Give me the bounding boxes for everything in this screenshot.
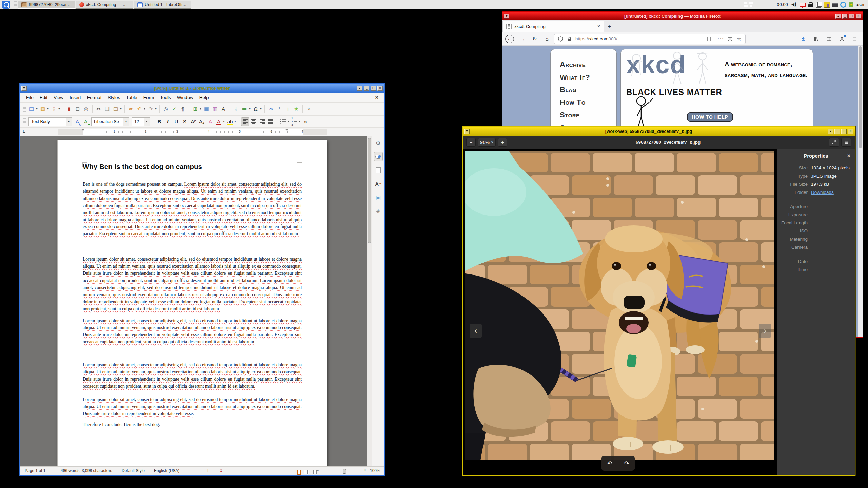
bold-button[interactable]: B <box>155 117 163 126</box>
back-button[interactable]: ← <box>505 35 514 43</box>
print-preview-button[interactable]: ◎ <box>82 105 90 114</box>
rotate-left-icon[interactable]: ↶ <box>607 460 612 467</box>
zoom-in-button[interactable]: + <box>498 138 507 147</box>
taskbar-window-button[interactable]: Untitled 1 - LibreOffice W... <box>134 1 191 9</box>
battery-icon[interactable] <box>849 2 853 7</box>
copy-button[interactable]: ❏ <box>103 105 111 114</box>
insert-image-button[interactable]: ▣ <box>202 105 211 114</box>
new-tab-button[interactable]: + <box>604 22 614 32</box>
font-name-combobox[interactable]: Liberation Se▼ <box>91 117 129 126</box>
insert-page-break-button[interactable]: ⇟ <box>232 105 240 114</box>
zoom-plus-icon[interactable]: + <box>364 468 366 473</box>
font-size-combobox[interactable]: 12▼ <box>132 117 150 126</box>
scrollbar-thumb[interactable] <box>368 138 371 243</box>
writer-titlebar[interactable]: ▼ [work] Untitled 1 - LibreOffice Writer… <box>20 84 384 93</box>
font-name-dropdown-icon[interactable]: ▼ <box>123 118 129 126</box>
indent-marker-left[interactable] <box>81 129 85 131</box>
devices-icon[interactable] <box>824 2 830 8</box>
xkcd-logo[interactable]: xkcd <box>626 53 714 77</box>
sidebar-gallery-icon[interactable]: ▣ <box>374 193 383 202</box>
toolbar-overflow-button[interactable]: » <box>305 105 313 114</box>
tab-stop-selector[interactable]: L <box>23 129 27 134</box>
sidebar-sidebar-settings-icon[interactable]: ⚙ <box>374 139 383 147</box>
shade-button[interactable]: ▴ <box>828 129 833 134</box>
ordered-list-button[interactable] <box>290 117 298 126</box>
unordered-list-dropdown[interactable]: ▼ <box>287 117 290 126</box>
menu-edit[interactable]: Edit <box>37 94 50 101</box>
volume-icon[interactable] <box>791 2 797 8</box>
font-size-dropdown-icon[interactable]: ▼ <box>144 118 150 126</box>
menu-styles[interactable]: Styles <box>105 94 123 101</box>
qubes-menu-icon[interactable] <box>2 1 10 9</box>
library-icon[interactable] <box>811 34 821 44</box>
sidebar-page-icon[interactable] <box>374 166 383 175</box>
save-dropdown[interactable]: ▼ <box>58 105 61 114</box>
undo-dropdown[interactable]: ▼ <box>143 105 146 114</box>
home-button[interactable]: ⌂ <box>542 34 552 44</box>
xkcd-nav-how-to[interactable]: How To <box>560 96 616 108</box>
indent-marker-right[interactable] <box>285 129 289 131</box>
new-document-dropdown[interactable]: ▼ <box>35 105 38 114</box>
status-page[interactable]: Page 1 of 1 <box>25 468 45 473</box>
how-to-help-button[interactable]: HOW TO HELP <box>687 112 733 122</box>
redo-button[interactable]: ↷ <box>146 105 155 114</box>
window-menu-icon[interactable]: ▼ <box>21 86 27 91</box>
highlighting-color-button[interactable]: ab <box>226 117 234 126</box>
superscript-button[interactable]: A² <box>189 117 197 126</box>
zoom-out-button[interactable]: − <box>466 138 476 147</box>
close-button[interactable]: × <box>377 86 383 91</box>
menu-table[interactable]: Table <box>123 94 140 101</box>
open-button[interactable]: ▦ <box>39 105 47 114</box>
align-right-button[interactable] <box>258 117 266 126</box>
insert-chart-button[interactable]: ▥ <box>211 105 219 114</box>
insert-special-character-button[interactable]: Ω <box>252 105 260 114</box>
window-menu-icon[interactable]: ▼ <box>504 14 509 19</box>
insert-table-dropdown[interactable]: ▼ <box>199 105 202 114</box>
highlighting-color-dropdown[interactable]: ▼ <box>234 117 237 126</box>
viewer-menu-icon[interactable] <box>841 138 851 147</box>
status-language[interactable]: English (USA) <box>154 468 179 473</box>
document-scrollbar[interactable] <box>367 136 372 466</box>
clear-formatting-button[interactable]: A <box>206 117 214 126</box>
unsaved-changes-icon[interactable]: ↧ <box>219 468 223 473</box>
previous-image-button[interactable]: ‹ <box>470 324 482 338</box>
status-words[interactable]: 486 words, 3,098 characters <box>61 468 112 473</box>
window-menu-icon[interactable]: ▼ <box>464 129 470 134</box>
underline-button[interactable]: U <box>172 117 180 126</box>
save-button[interactable]: ↧ <box>50 105 58 114</box>
menu-window[interactable]: Window <box>174 94 196 101</box>
sidebars-icon[interactable] <box>824 34 834 44</box>
zoom-slider[interactable] <box>322 471 362 471</box>
firefox-titlebar[interactable]: ▼ [untrusted] xkcd: Compiling — Mozilla … <box>502 12 863 20</box>
bookmark-star-icon[interactable]: ☆ <box>736 36 743 42</box>
shade-button[interactable]: ▴ <box>835 14 841 19</box>
account-icon[interactable] <box>837 34 847 44</box>
page-scrollbar[interactable] <box>858 46 863 337</box>
insert-field-dropdown[interactable]: ▼ <box>248 105 251 114</box>
menu-hamburger-icon[interactable] <box>850 34 860 44</box>
update-style-button[interactable]: A↻ <box>73 117 81 126</box>
spelling-button[interactable]: ✓ <box>170 105 178 114</box>
insert-footnote-button[interactable]: ¹ <box>275 105 283 114</box>
toolbar-overflow-button[interactable]: » <box>301 117 310 126</box>
document-content[interactable]: Why Ben is the best dog on campus Ben is… <box>83 163 302 428</box>
italic-button[interactable]: I <box>164 117 172 126</box>
sidebar-navigator-icon[interactable]: ◈ <box>374 206 383 215</box>
menu-help[interactable]: Help <box>197 94 212 101</box>
paste-button[interactable]: ▤ <box>112 105 120 114</box>
font-color-button[interactable]: A <box>215 117 223 126</box>
xkcd-nav-store[interactable]: Store <box>560 108 616 121</box>
pocket-icon[interactable] <box>727 36 733 42</box>
zoom-minus-icon[interactable]: − <box>316 468 319 473</box>
align-left-button[interactable] <box>241 117 249 126</box>
xkcd-nav-blag[interactable]: Blag <box>560 83 616 96</box>
open-dropdown[interactable]: ▼ <box>46 105 50 114</box>
minimize-button[interactable]: _ <box>842 14 848 19</box>
zoom-percent[interactable]: 100% <box>370 468 380 473</box>
taskbar-window-button[interactable]: 6968727080_29ecef8af... <box>18 1 75 9</box>
insert-hyperlink-button[interactable]: ∞ <box>267 105 275 114</box>
document-close-icon[interactable]: ✕ <box>373 95 381 100</box>
urlbar[interactable]: https://xkcd.com303/ ··· ☆ <box>554 34 746 44</box>
export-pdf-button[interactable]: ▮ <box>65 105 73 114</box>
qubes-tray-icon[interactable] <box>840 2 846 8</box>
